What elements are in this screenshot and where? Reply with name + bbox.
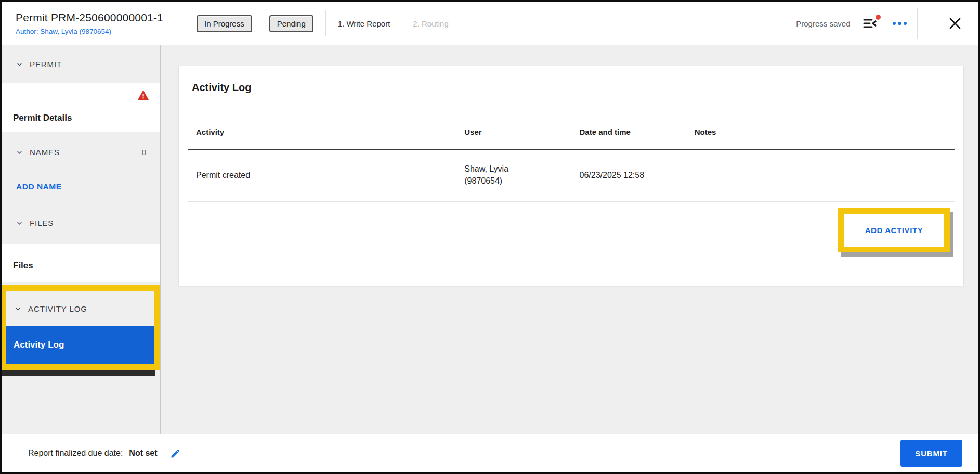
due-date-value: Not set <box>129 449 157 458</box>
sidebar-section-label: FILES <box>30 219 54 227</box>
chevron-down-icon <box>15 305 21 312</box>
sidebar-item-label: Activity Log <box>14 340 64 350</box>
sidebar-section-label: ACTIVITY LOG <box>28 304 87 313</box>
sidebar: PERMIT Permit Details NAMES 0 <box>2 45 161 434</box>
chevron-down-icon <box>16 220 23 226</box>
status-badge-in-progress: In Progress <box>197 15 252 32</box>
table-header-row: Activity User Date and time Notes <box>188 109 955 150</box>
highlight-annotation-add-activity: ADD ACTIVITY <box>838 208 950 252</box>
warning-triangle-icon <box>137 89 149 100</box>
title-block: Permit PRM-250600000001-1 Author: Shaw, … <box>16 11 197 35</box>
header-divider <box>325 10 326 36</box>
sidebar-section-permit[interactable]: PERMIT <box>2 45 160 83</box>
more-options-icon[interactable] <box>893 22 907 25</box>
submit-button[interactable]: SUBMIT <box>900 440 962 467</box>
add-activity-button[interactable]: ADD ACTIVITY <box>844 214 944 247</box>
activity-table: Activity User Date and time Notes Permit… <box>188 109 955 202</box>
author-link[interactable]: Author: Shaw, Lyvia (9870654) <box>16 28 197 35</box>
cell-user: Shaw, Lyvia (9870654) <box>456 150 571 202</box>
column-header-notes: Notes <box>686 109 955 150</box>
sidebar-item-files[interactable]: Files <box>2 244 160 282</box>
sidebar-section-files[interactable]: FILES <box>2 202 160 244</box>
card-header: Activity Log <box>179 66 963 109</box>
due-date-label: Report finalized due date: <box>28 449 123 458</box>
column-header-activity: Activity <box>188 109 456 150</box>
chevron-down-icon <box>16 149 23 156</box>
progress-saved-label: Progress saved <box>796 19 850 28</box>
step-write-report[interactable]: 1. Write Report <box>338 19 390 28</box>
cell-notes <box>686 150 955 202</box>
header-divider <box>917 8 918 39</box>
sidebar-item-activity-log[interactable]: Activity Log <box>6 326 154 364</box>
header-bar: Permit PRM-250600000001-1 Author: Shaw, … <box>2 2 978 45</box>
close-icon[interactable] <box>947 15 963 32</box>
sidebar-item-label: Permit Details <box>13 113 149 123</box>
main-content: Activity Log Activity User Date and time… <box>161 45 978 434</box>
step-routing[interactable]: 2. Routing <box>413 19 448 28</box>
add-name-button[interactable]: ADD NAME <box>2 172 160 202</box>
workflow-steps: 1. Write Report 2. Routing <box>338 19 449 28</box>
status-badge-pending: Pending <box>269 15 313 32</box>
cell-datetime: 06/23/2025 12:58 <box>571 150 686 202</box>
names-count-badge: 0 <box>142 148 148 157</box>
chevron-down-icon <box>16 61 23 68</box>
activity-log-card: Activity Log Activity User Date and time… <box>178 66 964 286</box>
sidebar-section-names[interactable]: NAMES 0 <box>2 132 160 172</box>
sidebar-item-permit-details[interactable]: Permit Details <box>2 83 160 132</box>
sidebar-section-label: NAMES <box>30 148 60 157</box>
card-title: Activity Log <box>192 82 251 94</box>
header-actions: Progress saved <box>796 8 963 39</box>
column-header-user: User <box>456 109 571 150</box>
sidebar-item-label: Files <box>13 261 33 271</box>
notification-dot <box>876 15 881 20</box>
pencil-edit-icon[interactable] <box>170 448 181 459</box>
body-area: PERMIT Permit Details NAMES 0 <box>2 45 978 434</box>
page-title: Permit PRM-250600000001-1 <box>16 11 197 24</box>
sidebar-section-label: PERMIT <box>30 60 62 69</box>
permit-window: Permit PRM-250600000001-1 Author: Shaw, … <box>2 2 978 472</box>
collapse-menu-icon[interactable] <box>863 17 877 30</box>
footer-bar: Report finalized due date: Not set SUBMI… <box>2 434 978 472</box>
column-header-date: Date and time <box>571 109 686 150</box>
table-row: Permit created Shaw, Lyvia (9870654) 06/… <box>188 150 955 202</box>
status-badges: In Progress Pending <box>197 15 313 32</box>
cell-activity: Permit created <box>188 150 456 202</box>
sidebar-section-activity-log[interactable]: ACTIVITY LOG <box>6 291 154 326</box>
highlight-annotation-activity-log: ACTIVITY LOG Activity Log <box>0 285 160 370</box>
